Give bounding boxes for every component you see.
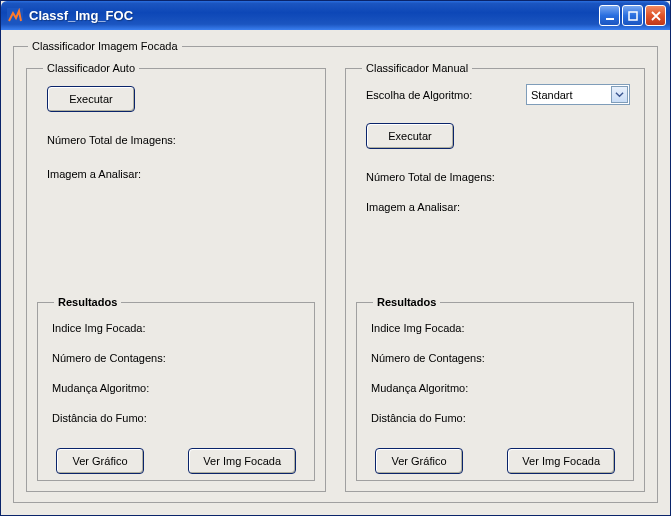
ver-img-focada-auto-button[interactable]: Ver Img Focada <box>188 448 296 474</box>
label-imagem-analisar-auto: Imagem a Analisar: <box>47 168 315 180</box>
maximize-button[interactable] <box>622 5 643 26</box>
label-fumo-manual: Distância do Fumo: <box>371 412 623 424</box>
ver-img-focada-manual-button[interactable]: Ver Img Focada <box>507 448 615 474</box>
algoritmo-select[interactable]: Standart <box>526 84 630 105</box>
ver-grafico-auto-button[interactable]: Ver Gráfico <box>56 448 144 474</box>
label-escolha-algoritmo: Escolha de Algoritmo: <box>366 89 472 101</box>
executar-auto-button[interactable]: Executar <box>47 86 135 112</box>
group-legend: Classificador Manual <box>362 62 472 74</box>
label-imagem-analisar-manual: Imagem a Analisar: <box>366 201 634 213</box>
group-legend: Resultados <box>54 296 121 308</box>
group-resultados-auto: Resultados Indice Img Focada: Número de … <box>37 296 315 481</box>
group-legend: Resultados <box>373 296 440 308</box>
svg-rect-2 <box>629 12 637 20</box>
group-classificador-auto: Classificador Auto Executar Número Total… <box>26 62 326 492</box>
group-resultados-manual: Resultados Indice Img Focada: Número de … <box>356 296 634 481</box>
window-title: Classf_Img_FOC <box>29 8 599 23</box>
matlab-icon <box>7 8 23 24</box>
ver-grafico-manual-button[interactable]: Ver Gráfico <box>375 448 463 474</box>
group-classificador-imagem-focada: Classificador Imagem Focada Classificado… <box>13 40 658 503</box>
label-total-imagens-auto: Número Total de Imagens: <box>47 134 315 146</box>
app-window: Classf_Img_FOC Classificador Imagem Foca… <box>0 0 671 516</box>
svg-rect-1 <box>606 18 614 20</box>
label-contagens-manual: Número de Contagens: <box>371 352 623 364</box>
label-indice-manual: Indice Img Focada: <box>371 322 623 334</box>
label-total-imagens-manual: Número Total de Imagens: <box>366 171 634 183</box>
client-area: Classificador Imagem Focada Classificado… <box>1 30 670 515</box>
close-button[interactable] <box>645 5 666 26</box>
group-legend: Classificador Imagem Focada <box>28 40 182 52</box>
group-classificador-manual: Classificador Manual Escolha de Algoritm… <box>345 62 645 492</box>
chevron-down-icon <box>611 86 628 103</box>
label-contagens-auto: Número de Contagens: <box>52 352 304 364</box>
label-indice-auto: Indice Img Focada: <box>52 322 304 334</box>
group-legend: Classificador Auto <box>43 62 139 74</box>
label-fumo-auto: Distância do Fumo: <box>52 412 304 424</box>
label-algoritmo-manual: Mudança Algoritmo: <box>371 382 623 394</box>
algoritmo-selected-value: Standart <box>531 89 573 101</box>
minimize-button[interactable] <box>599 5 620 26</box>
executar-manual-button[interactable]: Executar <box>366 123 454 149</box>
label-algoritmo-auto: Mudança Algoritmo: <box>52 382 304 394</box>
window-controls <box>599 5 666 26</box>
titlebar: Classf_Img_FOC <box>1 1 670 30</box>
